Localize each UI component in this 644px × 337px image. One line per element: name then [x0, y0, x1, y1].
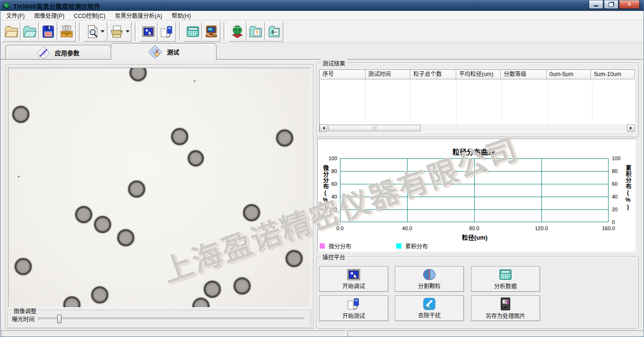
- scroll-right-button[interactable]: [627, 124, 635, 132]
- toolbar-separator: [135, 22, 137, 41]
- status-bar: [0, 330, 644, 337]
- open-folder-button[interactable]: [21, 22, 39, 42]
- save-processed-image-button[interactable]: ZIP 另存为处理图片: [471, 295, 540, 321]
- print-icon: [110, 25, 124, 38]
- svg-text:?: ?: [255, 29, 259, 35]
- x-tick: 40.0: [397, 225, 418, 231]
- particle: [234, 277, 251, 294]
- folder-disk-icon: [347, 297, 361, 311]
- column-header[interactable]: 平均粒径(um): [456, 70, 501, 79]
- column-header[interactable]: 序号: [320, 70, 366, 79]
- y-tick-left: 0: [323, 219, 337, 225]
- help-button[interactable]: ?: [247, 22, 265, 42]
- scroll-right-icon: [630, 126, 632, 130]
- y-tick-left: 100: [323, 156, 337, 161]
- button-label: 开始调试: [342, 282, 365, 290]
- x-tick: 80.0: [464, 225, 485, 231]
- computer-button[interactable]: [202, 22, 220, 42]
- status-panel: [1, 330, 346, 337]
- test-grid-icon: [148, 45, 162, 59]
- speck: [273, 227, 274, 228]
- menu-item[interactable]: 图像处理(P): [29, 10, 69, 20]
- calculator-icon: [186, 26, 200, 38]
- particle: [12, 106, 29, 123]
- exposure-slider[interactable]: [38, 318, 305, 320]
- column-header[interactable]: 分散等级: [501, 70, 547, 79]
- particle: [204, 281, 221, 298]
- column-header[interactable]: 测试时间: [366, 70, 411, 79]
- button-label: 去除干扰: [418, 311, 441, 319]
- exit-button[interactable]: [265, 22, 283, 42]
- y-tick-right: 60: [612, 181, 626, 187]
- screen-cursor-icon: [347, 268, 361, 281]
- start-debug-button[interactable]: [139, 22, 157, 42]
- image-adjust-label: 图像调整: [12, 307, 38, 315]
- particle: [171, 128, 188, 145]
- y-tick-right: 20: [612, 207, 626, 212]
- menu-item[interactable]: 帮助(H): [167, 10, 196, 20]
- particle: [130, 68, 147, 81]
- particle: [15, 258, 32, 275]
- y-tick-right: 100: [612, 156, 626, 161]
- analyze-data-button[interactable]: 分析数据: [471, 266, 540, 292]
- x-tick: 0.0: [330, 225, 350, 231]
- tab-test[interactable]: 测试: [111, 43, 217, 60]
- archive-button[interactable]: [58, 22, 76, 42]
- particle: [94, 216, 111, 233]
- y-tick-left: 60: [323, 181, 337, 187]
- control-platform-group: 操控平台 开始调试 分: [316, 256, 639, 329]
- start-debug-button-large[interactable]: 开始调试: [319, 266, 388, 292]
- menu-item[interactable]: CCD控制(C): [69, 10, 110, 20]
- image-panel: 图像调整 曝光时间: [5, 64, 313, 329]
- close-icon: ✕: [627, 2, 631, 7]
- new-folder-button[interactable]: [2, 22, 20, 42]
- app-logo-icon: [3, 2, 10, 9]
- scroll-left-button[interactable]: [320, 124, 327, 132]
- save-button[interactable]: [39, 22, 57, 42]
- particle: [63, 296, 80, 308]
- exposure-slider-thumb[interactable]: [57, 315, 61, 323]
- split-particles-button[interactable]: 分割颗粒: [395, 266, 464, 292]
- title-bar[interactable]: TH3600炭黑分散度检测仪软件 ✕: [0, 0, 644, 11]
- particle: [75, 206, 92, 223]
- particle: [117, 229, 134, 246]
- computer-icon: [205, 25, 218, 38]
- column-header[interactable]: 0um-5um: [547, 70, 592, 79]
- y-tick-left: 80: [323, 168, 337, 174]
- test-results-group: 测试结果 序号测试时间粒子总个数平均粒径(um)分散等级0um-5um5um-1…: [316, 62, 639, 137]
- minimize-button[interactable]: [589, 0, 603, 9]
- y-tick-right: 0: [612, 219, 626, 225]
- tab-application-parameters[interactable]: 应用参数: [5, 45, 111, 60]
- restore-button[interactable]: [604, 0, 618, 9]
- internet-button[interactable]: [228, 22, 246, 42]
- close-button[interactable]: ✕: [619, 0, 640, 9]
- start-test-button[interactable]: [158, 22, 176, 42]
- exit-folder-icon: [267, 26, 281, 38]
- internet-globe-icon: [231, 25, 244, 38]
- column-header[interactable]: 5um-10um: [591, 70, 635, 79]
- print-preview-button[interactable]: [84, 22, 107, 42]
- particle: [188, 150, 204, 166]
- print-dropdown-icon[interactable]: [126, 30, 130, 33]
- print-button[interactable]: [108, 22, 131, 42]
- zip-disk-icon: ZIP: [499, 297, 512, 311]
- column-header[interactable]: 粒子总个数: [410, 70, 456, 79]
- status-panel: [348, 330, 644, 337]
- calculator-button[interactable]: [184, 22, 202, 42]
- scrollbar-thumb[interactable]: [328, 125, 421, 131]
- remove-noise-button[interactable]: 去除干扰: [395, 295, 464, 321]
- menu-item[interactable]: 炭黑分散度分析(A): [110, 10, 167, 20]
- window-title: TH3600炭黑分散度检测仪软件: [13, 1, 100, 10]
- x-tick: 120.0: [531, 225, 552, 231]
- particle: [192, 298, 209, 308]
- particle: [128, 181, 145, 198]
- horizontal-scrollbar[interactable]: [320, 124, 635, 132]
- calculator-icon: [499, 268, 512, 281]
- menu-item[interactable]: 文件(F): [1, 10, 29, 20]
- menu-bar: 文件(F)图像处理(P)CCD控制(C)炭黑分散度分析(A)帮助(H): [0, 11, 644, 20]
- print-preview-dropdown-icon[interactable]: [101, 30, 104, 33]
- start-test-button-large[interactable]: 开始测试: [319, 295, 388, 321]
- archive-icon: [60, 25, 74, 38]
- results-table: 序号测试时间粒子总个数平均粒径(um)分散等级0um-5um5um-10um: [319, 69, 635, 132]
- minimize-icon: [594, 5, 598, 7]
